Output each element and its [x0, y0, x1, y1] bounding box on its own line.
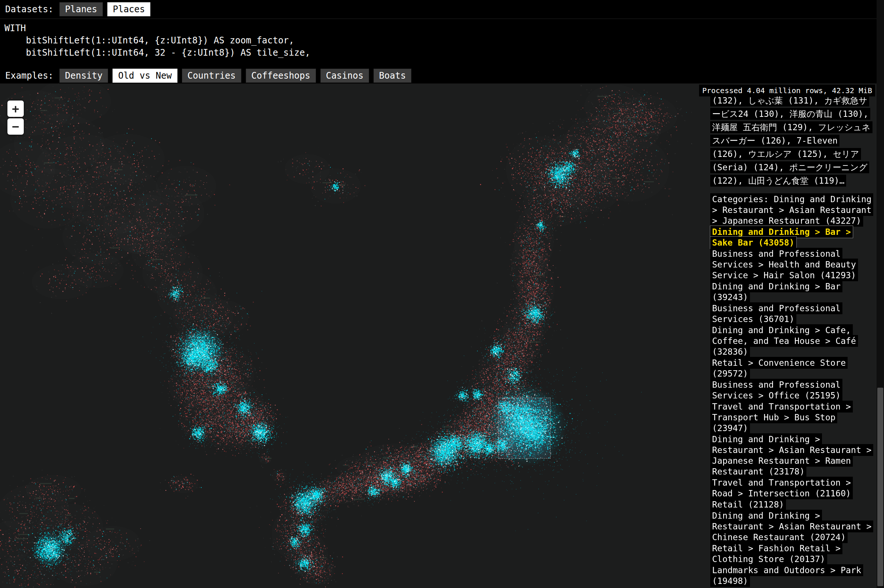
- category-item[interactable]: Retail > Convenience Store (29572): [710, 358, 873, 379]
- datasets-bar: Datasets: PlanesPlaces: [0, 0, 884, 18]
- sql-editor[interactable]: WITH bitShiftLeft(1::UInt64, {z:UInt8}) …: [0, 18, 884, 68]
- examples-label: Examples:: [5, 70, 53, 81]
- example-button-density[interactable]: Density: [59, 69, 108, 83]
- category-item[interactable]: Dining and Drinking > Restaurant > Asian…: [710, 434, 873, 477]
- brands-text: (132), しゃぶ葉 (131), カギ救急サービス24 (130), 洋服の…: [710, 94, 872, 187]
- page-scrollbar-thumb[interactable]: [877, 388, 883, 586]
- example-button-old-vs-new[interactable]: Old vs New: [113, 69, 177, 83]
- example-button-boats[interactable]: Boats: [373, 69, 411, 83]
- category-item[interactable]: Categories: Dining and Drinking > Restau…: [710, 194, 873, 226]
- dataset-button-places[interactable]: Places: [107, 2, 151, 16]
- examples-buttons: DensityOld vs NewCountriesCoffeeshopsCas…: [59, 69, 411, 83]
- category-item[interactable]: Business and Professional Services > Off…: [710, 380, 873, 401]
- example-button-coffeeshops[interactable]: Coffeeshops: [246, 69, 316, 83]
- zoom-control: + −: [8, 100, 24, 135]
- datasets-buttons: PlanesPlaces: [59, 2, 150, 16]
- results-panel: (132), しゃぶ葉 (131), カギ救急サービス24 (130), 洋服の…: [710, 94, 873, 587]
- category-item[interactable]: Travel and Transportation > Road > Inter…: [710, 477, 873, 499]
- map-selection[interactable]: [498, 398, 550, 459]
- zoom-in-button[interactable]: +: [8, 100, 24, 117]
- examples-bar: Examples: DensityOld vs NewCountriesCoff…: [0, 68, 884, 84]
- map-area[interactable]: Processed 4.04 million rows, 42.32 MiB +…: [0, 84, 884, 588]
- datasets-label: Datasets:: [5, 4, 53, 15]
- category-item[interactable]: Business and Professional Services > Hea…: [710, 249, 873, 281]
- category-item[interactable]: Travel and Transportation > Transport Hu…: [710, 401, 873, 434]
- example-button-casinos[interactable]: Casinos: [320, 69, 369, 83]
- brands-summary: (132), しゃぶ葉 (131), カギ救急サービス24 (130), 洋服の…: [710, 94, 873, 188]
- category-item[interactable]: Retail > Fashion Retail > Clothing Store…: [710, 543, 873, 565]
- category-item[interactable]: Dining and Drinking > Cafe, Coffee, and …: [710, 325, 873, 357]
- dataset-button-planes[interactable]: Planes: [59, 2, 103, 16]
- zoom-out-button[interactable]: −: [8, 118, 24, 135]
- categories-list: Categories: Dining and Drinking > Restau…: [710, 194, 873, 586]
- category-item[interactable]: Landmarks and Outdoors > Park (19498): [710, 565, 873, 586]
- category-item[interactable]: Dining and Drinking > Bar (39243): [710, 281, 873, 303]
- example-button-countries[interactable]: Countries: [182, 69, 241, 83]
- category-item-selected[interactable]: Dining and Drinking > Bar > Sake Bar (43…: [710, 226, 873, 248]
- category-item[interactable]: Business and Professional Services (3670…: [710, 303, 873, 325]
- page-scrollbar[interactable]: [876, 0, 884, 588]
- sql-code[interactable]: WITH bitShiftLeft(1::UInt64, {z:UInt8}) …: [0, 19, 884, 59]
- category-item[interactable]: Dining and Drinking > Restaurant > Asian…: [710, 510, 873, 543]
- category-item[interactable]: Retail (21128): [710, 500, 873, 510]
